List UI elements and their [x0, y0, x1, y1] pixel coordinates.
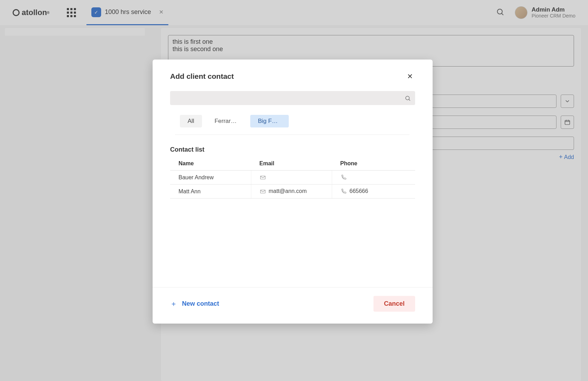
phone-icon [341, 188, 347, 195]
col-name: Name [170, 157, 251, 171]
cell-phone [332, 171, 415, 185]
col-email: Email [251, 157, 332, 171]
email-icon [260, 188, 266, 195]
cell-name: Matt Ann [170, 185, 251, 199]
modal-title: Add client contact [170, 72, 234, 81]
col-phone: Phone [332, 157, 415, 171]
plus-icon: ＋ [170, 299, 177, 309]
svg-rect-10 [260, 190, 265, 193]
new-contact-button[interactable]: ＋ New contact [170, 299, 219, 309]
cell-email: matt@ann.com [251, 185, 332, 199]
filter-chips: All Ferrari VE... Big Farm s... [175, 115, 410, 135]
svg-line-8 [409, 99, 410, 101]
cell-name: Bauer Andrew [170, 171, 251, 185]
search-icon [405, 95, 411, 102]
chip-big-farm[interactable]: Big Farm s... [250, 115, 289, 127]
contact-list-heading: Contact list [170, 146, 415, 153]
table-row[interactable]: Bauer Andrew [170, 171, 415, 185]
email-icon [260, 174, 266, 181]
new-contact-label: New contact [182, 300, 219, 307]
modal-close-button[interactable]: ✕ [405, 70, 415, 83]
cell-phone: 665666 [332, 185, 415, 199]
cancel-button[interactable]: Cancel [373, 296, 415, 312]
cell-email [251, 171, 332, 185]
add-client-contact-modal: Add client contact ✕ All Ferrari VE... B… [153, 60, 433, 324]
contact-search-input[interactable] [170, 91, 415, 105]
phone-icon [341, 174, 347, 181]
chip-ferrari[interactable]: Ferrari VE... [207, 115, 245, 127]
contact-table: Name Email Phone Bauer Andrew Matt Ann [170, 157, 415, 199]
svg-rect-9 [260, 176, 265, 179]
table-row[interactable]: Matt Ann matt@ann.com 665666 [170, 185, 415, 199]
chip-all[interactable]: All [180, 115, 202, 127]
svg-point-7 [406, 96, 410, 100]
